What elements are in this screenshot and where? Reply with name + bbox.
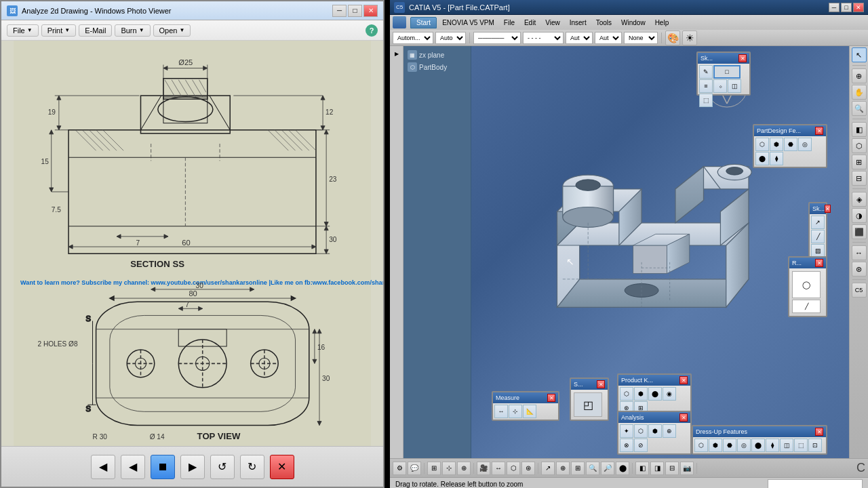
prev-frame-button[interactable]: ◀ [121, 455, 145, 479]
render-btn-1[interactable]: ◧ [635, 462, 649, 475]
close-button[interactable]: ✕ [363, 5, 378, 17]
dressup-close-button[interactable]: ✕ [815, 428, 823, 436]
tree-item-zx[interactable]: ▦ zx plane [406, 49, 468, 61]
analysis-header[interactable]: Analysis ✕ [618, 412, 690, 423]
shading-toggle[interactable]: ◑ [852, 208, 867, 223]
catia-minimize-button[interactable]: ─ [829, 3, 840, 12]
sk-mid-btn-3[interactable]: ▨ [811, 244, 825, 258]
catia-maximize-button[interactable]: □ [841, 3, 852, 12]
speech-btn[interactable]: 💬 [408, 462, 421, 475]
du-btn-2[interactable]: ⬢ [709, 439, 722, 452]
measure-close-button[interactable]: ✕ [547, 394, 555, 402]
forward-button[interactable]: ↻ [240, 455, 264, 479]
analysis-close-button[interactable]: ✕ [679, 413, 688, 422]
sketch-btn-2[interactable]: □ [713, 65, 741, 79]
print-menu[interactable]: Print ▼ [41, 24, 77, 37]
cam-btn-2[interactable]: ↔ [492, 462, 505, 475]
s-panel-header[interactable]: S... ✕ [571, 379, 608, 390]
start-menu[interactable]: Start [410, 17, 437, 28]
insert-menu[interactable]: Insert [566, 18, 591, 28]
prod-btn-2[interactable]: ⬢ [634, 387, 648, 401]
view-top[interactable]: ⊞ [852, 155, 867, 169]
stop-button[interactable]: ⏹ [151, 455, 175, 479]
product-close-button[interactable]: ✕ [679, 376, 688, 384]
ana-btn-1[interactable]: ✦ [620, 424, 633, 438]
pd-btn-1[interactable]: ⬡ [755, 138, 769, 151]
pd-btn-5[interactable]: ⬤ [755, 152, 769, 165]
pd-btn-3[interactable]: ⬣ [784, 138, 797, 151]
render-button[interactable]: ☀ [682, 30, 697, 45]
prod-btn-4[interactable]: ◉ [663, 387, 676, 401]
aut-select-2[interactable]: Aut... [595, 32, 622, 44]
view-iso[interactable]: ⬡ [852, 138, 867, 153]
nav-btn-3[interactable]: ⊞ [571, 462, 585, 475]
auto-select[interactable]: Auto [435, 32, 466, 44]
sk-mid-btn-1[interactable]: ↗ [811, 216, 825, 229]
render-btn-2[interactable]: ◨ [650, 462, 664, 475]
none-select[interactable]: None [624, 32, 658, 44]
ana-btn-2[interactable]: ⬡ [634, 424, 648, 438]
sketch-btn-1[interactable]: ✎ [699, 65, 713, 79]
pd-btn-2[interactable]: ⬢ [770, 138, 783, 151]
line-style-select[interactable]: ────── [473, 32, 521, 44]
r-close-button[interactable]: ✕ [815, 259, 823, 267]
snap-grid-btn[interactable]: ⊹ [442, 462, 456, 475]
select-tool[interactable]: ↖ [852, 47, 867, 62]
product-header[interactable]: Product K... ✕ [618, 375, 690, 386]
prod-btn-3[interactable]: ⬤ [648, 387, 662, 401]
sk-mid-close-button[interactable]: ✕ [825, 205, 831, 213]
rewind-button[interactable]: ↺ [210, 455, 235, 479]
s-close-button[interactable]: ✕ [597, 380, 605, 388]
edges-toggle[interactable]: ⬛ [852, 224, 867, 239]
panel-expand-arrow[interactable]: ▶ [392, 49, 401, 58]
nav-btn-2[interactable]: ⊕ [556, 462, 570, 475]
nav-btn-1[interactable]: ↗ [541, 462, 555, 475]
view-options-button[interactable]: 🎨 [665, 30, 680, 45]
aut-select-1[interactable]: Aut... [566, 32, 593, 44]
catia-viewport[interactable]: x y [471, 46, 849, 458]
prod-btn-1[interactable]: ⬡ [620, 387, 633, 401]
measure-right[interactable]: ↔ [852, 245, 867, 260]
partdesign-header[interactable]: PartDesign Fe... ✕ [754, 125, 826, 136]
prev-nav-button[interactable]: ◀ [91, 455, 115, 479]
tree-item-partbody[interactable]: ⬡ PartBody [406, 61, 468, 73]
du-btn-1[interactable]: ⬡ [694, 439, 708, 452]
view-menu[interactable]: View [541, 18, 564, 28]
help-button[interactable]: ? [366, 24, 378, 37]
cam-btn-3[interactable]: ⬡ [507, 462, 520, 475]
r-panel-header[interactable]: R... ✕ [789, 258, 826, 268]
grid-btn[interactable]: ⊞ [427, 462, 441, 475]
maximize-button[interactable]: □ [348, 5, 362, 17]
tools-menu[interactable]: Tools [592, 18, 616, 28]
ana-btn-5[interactable]: ⊗ [620, 439, 633, 452]
file-menu[interactable]: File [500, 18, 519, 28]
burn-menu[interactable]: Burn ▼ [115, 24, 150, 37]
du-btn-6[interactable]: ⧫ [766, 439, 779, 452]
catia-close-button[interactable]: ✕ [853, 3, 864, 12]
open-menu[interactable]: Open ▼ [153, 24, 191, 37]
close-nav-button[interactable]: ✕ [270, 455, 294, 479]
enovia-menu[interactable]: ENOVIA V5 VPM [438, 18, 498, 28]
sk-mid-header[interactable]: Sk... ✕ [810, 203, 826, 214]
du-btn-5[interactable]: ⬤ [751, 439, 765, 452]
email-button[interactable]: E-Mail [79, 24, 112, 37]
pd-btn-6[interactable]: ⧫ [770, 152, 783, 165]
ana-btn-3[interactable]: ⬢ [648, 424, 662, 438]
cam-btn-1[interactable]: 🎥 [477, 462, 490, 475]
command-input[interactable] [768, 479, 863, 489]
sketch-close-button[interactable]: ✕ [738, 54, 747, 62]
du-btn-9[interactable]: ⊡ [808, 439, 822, 452]
line-dash-select[interactable]: - - - - [523, 32, 564, 44]
zoom-tool[interactable]: 🔍 [852, 101, 867, 116]
nav-btn-6[interactable]: ⬤ [616, 462, 629, 475]
nav-btn-4[interactable]: 🔍 [586, 462, 599, 475]
autom-select[interactable]: Autom... [393, 32, 433, 44]
measure-btn-3[interactable]: 📐 [523, 405, 536, 418]
pan-tool[interactable]: ✋ [852, 85, 867, 100]
sketch-btn-6[interactable]: ⬚ [699, 94, 713, 107]
measure-header[interactable]: Measure ✕ [493, 392, 558, 403]
help-menu[interactable]: Help [651, 18, 673, 28]
cam-btn-4[interactable]: ⊛ [521, 462, 535, 475]
minimize-button[interactable]: ─ [332, 5, 347, 17]
hide-show[interactable]: ◈ [852, 192, 867, 207]
